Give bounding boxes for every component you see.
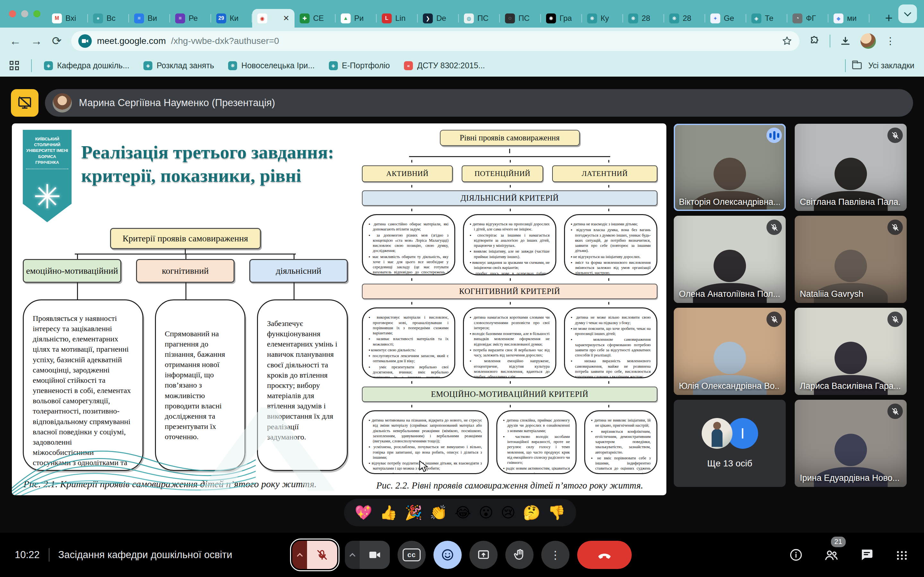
bookmark-item[interactable]: ◈ Розклад занять	[144, 61, 214, 70]
tab-search-button[interactable]	[898, 5, 917, 23]
browser-tab[interactable]: ◔ ФГ	[787, 9, 829, 27]
chat-button[interactable]	[858, 546, 875, 564]
browser-tab[interactable]: M Вхі	[47, 9, 88, 27]
reaction-emoji-button[interactable]: 👏	[430, 506, 447, 520]
address-bar[interactable]: meet.google.com/xhg-vwbe-dxk?authuser=0	[71, 31, 800, 51]
reactions-toggle-button[interactable]	[433, 541, 462, 569]
apps-grid-icon[interactable]	[10, 61, 19, 70]
reaction-emoji-button[interactable]: 🎉	[405, 506, 422, 520]
browser-tab[interactable]: ❯ De	[418, 9, 459, 27]
university-name: КИЇВСЬКИЙ СТОЛИЧНИЙ УНІВЕРСИТЕТ ІМЕНІ БО…	[26, 136, 68, 169]
microphone-button-group[interactable]	[292, 541, 337, 569]
bookmark-list: ◈ Кафедра дошкіль... ◈ Розклад занять ❋ …	[44, 61, 485, 70]
reaction-emoji-button[interactable]: 😮	[479, 506, 493, 520]
more-participants-tile[interactable]: І Ще 13 осіб	[674, 400, 786, 487]
reload-button[interactable]: ⟳	[52, 35, 61, 47]
close-window-button[interactable]	[9, 10, 16, 17]
participant-tile[interactable]: Юлія Олександрівна Во...	[674, 308, 786, 395]
participant-name: Вікторія Олександрівна...	[679, 197, 780, 207]
participants-button[interactable]: 21	[822, 546, 840, 564]
browser-tab[interactable]: ✺ Гра	[541, 9, 582, 27]
more-options-button[interactable]: ⋮	[541, 541, 569, 569]
all-bookmarks-label: Усі закладки	[868, 61, 914, 70]
browser-tab[interactable]: 29 Ки	[211, 9, 252, 27]
bullet-item: вирізняється конфліктним, егоїстичним, д…	[591, 429, 651, 455]
university-starburst-icon: ✳	[26, 180, 68, 213]
camera-button[interactable]	[360, 541, 390, 569]
browser-tab[interactable]: ● Вс	[88, 9, 129, 27]
browser-menu-icon[interactable]: ⋮	[885, 38, 895, 44]
participant-tile[interactable]: Світлана Павлівна Пала...	[795, 124, 907, 211]
participant-tile[interactable]: Ірина Едуардівна Ново...	[795, 400, 907, 487]
captions-button[interactable]: cc	[397, 541, 426, 569]
bookmark-item[interactable]: ❋ Новоселецька Іри...	[228, 61, 314, 70]
camera-button-group[interactable]	[345, 541, 390, 569]
tab-favicon: 29	[216, 13, 226, 23]
browser-tab[interactable]: ≡ Ре	[170, 9, 211, 27]
close-tab-icon[interactable]: ✕	[283, 14, 289, 23]
mic-off-button[interactable]	[307, 541, 337, 569]
browser-tab[interactable]: ❋ 28	[623, 9, 664, 27]
activities-button[interactable]	[893, 546, 911, 564]
minimize-window-button[interactable]	[21, 10, 28, 17]
bookmark-star-icon[interactable]	[782, 35, 792, 47]
browser-tab[interactable]: ≡ Ви	[129, 9, 170, 27]
bookmark-favicon: ◈	[44, 61, 53, 70]
participant-tile[interactable]: Nataliia Gavrysh	[795, 216, 907, 303]
present-button[interactable]	[469, 541, 498, 569]
bullet-item: володіє засобами інтонаційної виразності…	[368, 472, 482, 474]
bullet-item: використовує матеріали і висловлює, прог…	[368, 315, 449, 335]
meeting-details-button[interactable]	[787, 546, 804, 564]
tab-favicon: ≡	[175, 13, 185, 23]
zoom-window-button[interactable]	[33, 10, 40, 17]
participant-tile[interactable]: Вікторія Олександрівна...	[674, 124, 786, 211]
browser-tab[interactable]: ❋ Ку	[582, 9, 623, 27]
browser-tab[interactable]: ◌ ПС	[500, 9, 541, 27]
present-screen-icon	[477, 548, 490, 561]
raise-hand-icon	[513, 548, 526, 561]
browser-tab[interactable]: ✚ СЕ	[294, 9, 336, 27]
bookmark-item[interactable]: ◈ Кафедра дошкіль...	[44, 61, 129, 70]
window-controls[interactable]	[5, 0, 47, 27]
bullet-item: дитина спокійна, приймає допомогу друзів…	[503, 418, 570, 434]
participant-name: Ірина Едуардівна Ново...	[800, 473, 900, 483]
download-icon[interactable]	[840, 35, 851, 47]
reaction-emoji-button[interactable]: 🤔	[523, 506, 541, 520]
new-tab-button[interactable]: +	[879, 11, 898, 27]
extensions-icon[interactable]	[809, 35, 820, 47]
levels-row: АКТИВНИЙПОТЕНЦІЙНИЙЛАТЕНТНИЙ	[362, 165, 657, 182]
browser-tab[interactable]: ◆ ми	[829, 9, 869, 27]
browser-tab[interactable]: ◍ ПС	[459, 9, 500, 27]
browser-tab[interactable]: ▲ Ри	[336, 9, 376, 27]
bullet-item: дитина мотивована на пізнання, відкрита …	[368, 418, 482, 444]
bullet-item: виявляє ініціативу, але не завжди (часті…	[470, 249, 549, 259]
browser-tab[interactable]: ✦ Ge	[705, 9, 746, 27]
stop-presentation-button[interactable]	[11, 89, 39, 117]
browser-tab[interactable]: ❋ 28	[664, 9, 705, 27]
reaction-emoji-button[interactable]: 😂	[455, 506, 471, 520]
browser-tab[interactable]: ◉ ✕	[252, 9, 294, 27]
profile-avatar[interactable]	[861, 33, 876, 49]
bookmark-item[interactable]: « ДСТУ 8302:2015...	[404, 61, 485, 70]
end-call-button[interactable]	[577, 541, 632, 569]
reaction-emoji-button[interactable]: 💖	[355, 506, 373, 520]
mic-options-chevron[interactable]	[292, 541, 307, 569]
bullet-item: мовлення емоційно напружене, егоцентричн…	[470, 358, 549, 378]
all-bookmarks-button[interactable]: Усі закладки	[845, 59, 914, 72]
forward-button[interactable]: →	[31, 35, 42, 47]
bookmark-item[interactable]: ◈ Е-Портфоліо	[329, 61, 390, 70]
band-title-emotional: ЕМОЦІЙНО-МОТИВАЦІЙНИЙ КРИТЕРІЙ	[362, 387, 657, 402]
tab-label: ПС	[519, 14, 530, 23]
reaction-emoji-button[interactable]: 👎	[548, 506, 565, 520]
tab-favicon: ◔	[792, 13, 803, 23]
participant-tile[interactable]: Олена Анатоліївна Пол...	[674, 216, 786, 303]
reaction-emoji-button[interactable]: 👍	[380, 506, 397, 520]
level-detail-box: дитина спокійна, приймає допомогу друзів…	[496, 410, 577, 474]
back-button[interactable]: ←	[10, 35, 21, 47]
raise-hand-button[interactable]	[505, 541, 533, 569]
browser-tab[interactable]: ◈ Те	[746, 9, 787, 27]
camera-options-chevron[interactable]	[345, 541, 360, 569]
reaction-emoji-button[interactable]: 😢	[501, 506, 515, 520]
participant-tile[interactable]: Лариса Василівна Гара...	[795, 308, 907, 395]
browser-tab[interactable]: L Lin	[376, 9, 418, 27]
